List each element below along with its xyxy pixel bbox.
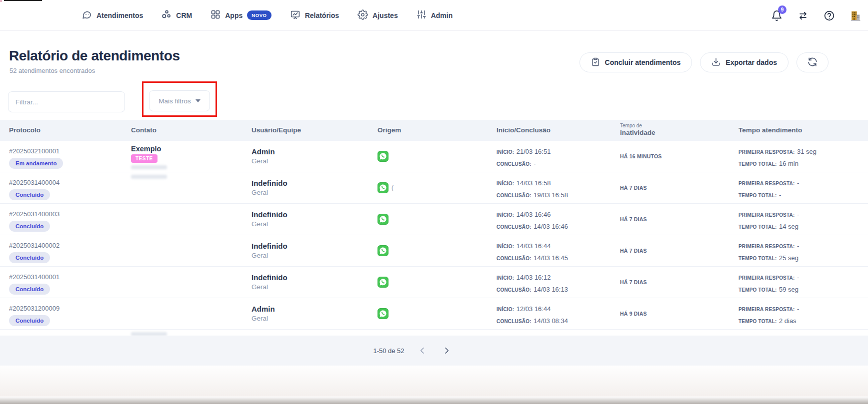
nav-item-admin[interactable]: Admin	[416, 9, 453, 21]
more-filters-label: Mais filtros	[158, 97, 191, 105]
swap-arrows-icon[interactable]	[797, 10, 809, 21]
nav-label: Apps	[225, 11, 242, 19]
status-badge: Concluído	[9, 284, 50, 295]
table-row[interactable]: #2025031200009 Concluído Admin Geral	[0, 298, 868, 330]
column-header-usuario-equipe: Usuário/Equipe	[242, 120, 368, 141]
primeira-resposta-line: PRIMEIRA RESPOSTA: -	[738, 178, 868, 187]
tempo-total-line: TEMPO TOTAL: 59 seg	[738, 285, 868, 294]
whatsapp-icon	[378, 151, 388, 164]
company-building-icon[interactable]	[850, 10, 861, 21]
more-filters-button[interactable]: Mais filtros	[149, 90, 210, 111]
export-label: Exportar dados	[726, 58, 777, 66]
clipboard-check-icon	[591, 57, 600, 68]
conclusao-value: 14/03 16:13	[534, 286, 568, 293]
top-nav-bar: Atendimentos CRM Apps NOVO	[0, 0, 868, 31]
notifications-bell-icon[interactable]: 9	[771, 10, 782, 21]
user-name: Indefinido	[252, 204, 368, 219]
table-row[interactable]: #2025031400001 Concluído Indefinido Gera…	[0, 267, 868, 298]
primeira-resposta-value: -	[797, 242, 799, 250]
table-row[interactable]: #2025031400004 Concluído Indefinido Gera…	[0, 172, 868, 204]
contact-name: Exemplo	[131, 141, 242, 153]
conclude-atendimentos-button[interactable]: Concluir atendimentos	[580, 52, 692, 72]
status-badge: Concluído	[9, 252, 50, 263]
refresh-button[interactable]	[796, 52, 828, 72]
conclusao-value: 14/03 16:46	[534, 223, 568, 230]
gear-icon	[358, 9, 368, 21]
nav-label: Admin	[431, 11, 453, 19]
inicio-value: 14/03 16:58	[516, 179, 551, 187]
search-input[interactable]	[8, 91, 125, 112]
sliders-icon	[416, 9, 426, 21]
nav-item-crm[interactable]: CRM	[162, 9, 192, 21]
conclusao-value: 19/03 16:58	[534, 191, 568, 199]
table-body: #2025032100001 Em andamento Exemplo TEST…	[0, 141, 868, 336]
whatsapp-icon	[378, 277, 388, 290]
nav-right-icons: 9	[771, 0, 861, 31]
contact-redacted-text	[131, 175, 167, 179]
protocol-number: #2025031400004	[9, 172, 122, 186]
nav-label: CRM	[176, 11, 192, 19]
primeira-resposta-line: PRIMEIRA RESPOSTA: -	[738, 304, 868, 313]
inicio-value: 14/03 16:46	[516, 211, 551, 218]
primeira-resposta-value: -	[797, 179, 799, 187]
team-name: Geral	[252, 219, 368, 228]
column-header-inicio-conclusao: Início/Conclusão	[488, 120, 611, 141]
inicio-line: INÍCIO: 14/03 16:12	[496, 273, 611, 282]
conclusao-value: 14/03 08:34	[534, 317, 568, 325]
corner-artifact	[0, 0, 2, 2]
inatividade-value: HÁ 7 DIAS	[620, 248, 647, 254]
inicio-line: INÍCIO: 12/03 16:44	[496, 304, 611, 313]
pagination-bar: 1-50 de 52	[0, 336, 868, 366]
nav-label: Relatórios	[305, 11, 339, 19]
previous-page-button[interactable]	[416, 345, 428, 357]
primeira-resposta-line: PRIMEIRA RESPOSTA: -	[738, 210, 868, 219]
contact-redacted-text	[131, 165, 167, 169]
nav-label: Atendimentos	[96, 11, 143, 19]
column-header-tempo-atendimento: Tempo atendimento	[730, 120, 868, 141]
table-row[interactable]: #2025031200008 Admin	[0, 330, 868, 336]
team-name: Geral	[252, 187, 368, 196]
conclusao-line: CONCLUSÃO: 14/03 16:13	[496, 285, 611, 294]
page-bottom-area	[0, 366, 868, 397]
status-badge: Concluído	[9, 189, 50, 200]
inicio-line: INÍCIO: 14/03 16:46	[496, 210, 611, 219]
inicio-value: 12/03 16:44	[516, 305, 551, 313]
help-icon[interactable]	[824, 10, 835, 21]
nav-item-ajustes[interactable]: Ajustes	[358, 9, 398, 21]
tempo-total-value: 16 min	[779, 160, 798, 167]
team-name: Geral	[252, 156, 368, 165]
user-name: Admin	[252, 298, 368, 313]
contact-redacted-text	[131, 332, 167, 336]
primeira-resposta-value: -	[797, 305, 799, 313]
next-page-button[interactable]	[440, 345, 452, 357]
primeira-resposta-value: -	[797, 211, 799, 218]
user-name: Indefinido	[252, 267, 368, 282]
nav-item-atendimentos[interactable]: Atendimentos	[82, 9, 143, 21]
tempo-total-line: TEMPO TOTAL: 2 dias	[738, 316, 868, 325]
conclusao-line: CONCLUSÃO: 14/03 08:34	[496, 316, 611, 325]
table-header-row: Protocolo Contato Usuário/Equipe Origem …	[0, 120, 868, 141]
user-name: Admin	[252, 330, 368, 336]
whatsapp-icon	[378, 214, 388, 227]
user-name: Indefinido	[252, 172, 368, 187]
page-bottom-shadow	[0, 397, 868, 404]
results-count: 52 atendimentos encontrados	[10, 67, 95, 74]
table-row[interactable]: #2025032100001 Em andamento Exemplo TEST…	[0, 141, 868, 172]
column-header-contato: Contato	[122, 120, 242, 141]
header-actions: Concluir atendimentos Exportar dados	[580, 52, 828, 72]
user-name: Indefinido	[252, 235, 368, 250]
nav-label: Ajustes	[372, 11, 398, 19]
primeira-resposta-value: -	[797, 274, 799, 281]
nav-item-relatorios[interactable]: Relatórios	[290, 9, 339, 21]
whatsapp-icon	[378, 245, 388, 258]
export-data-button[interactable]: Exportar dados	[700, 52, 788, 72]
nav-item-apps[interactable]: Apps NOVO	[210, 9, 271, 21]
primeira-resposta-line: PRIMEIRA RESPOSTA: -	[738, 241, 868, 250]
table-row[interactable]: #2025031400003 Concluído Indefinido Gera…	[0, 204, 868, 235]
primeira-resposta-line: PRIMEIRA RESPOSTA: -	[738, 273, 868, 282]
column-header-protocolo: Protocolo	[0, 120, 122, 141]
protocol-number: #2025032100001	[9, 141, 122, 155]
contact-test-badge: TESTE	[131, 154, 158, 163]
conclusao-line: CONCLUSÃO: -	[496, 159, 611, 168]
table-row[interactable]: #2025031400002 Concluído Indefinido Gera…	[0, 235, 868, 267]
